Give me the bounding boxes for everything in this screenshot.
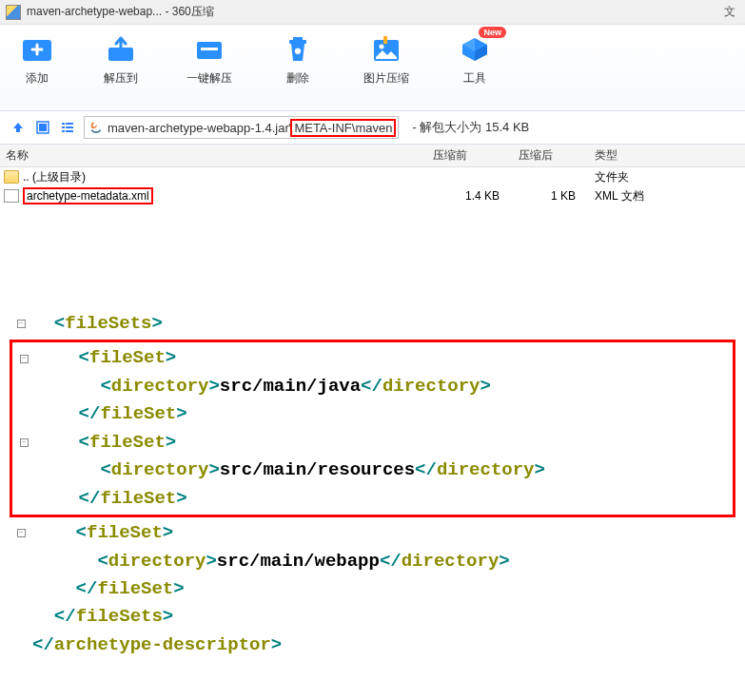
- code-text: <directory>src/main/resources</directory…: [35, 457, 545, 484]
- code-line: <directory>src/main/resources</directory…: [12, 457, 727, 484]
- code-line: − <fileSet>: [12, 344, 727, 372]
- toolbar-tool-button[interactable]: New 工具: [457, 34, 493, 110]
- xml-code-view: − <fileSets>− <fileSet> <directory>src/m…: [0, 310, 745, 659]
- file-size-after: 1 KB: [519, 189, 595, 203]
- svg-rect-13: [62, 126, 65, 128]
- svg-point-7: [380, 45, 384, 49]
- main-toolbar: 添加 解压到 一键解压 删除 图片压缩 New 工具: [0, 25, 745, 110]
- path-prefix: maven-archetype-webapp-1.4.jar\: [108, 121, 292, 135]
- folder-icon: [4, 170, 19, 184]
- onekey-icon: [191, 34, 227, 65]
- unpack-size-info: - 解包大小为 15.4 KB: [412, 119, 529, 136]
- xml-file-icon: [4, 189, 19, 203]
- fold-gutter[interactable]: −: [10, 310, 32, 338]
- path-highlighted: META-INF\maven: [290, 119, 396, 137]
- code-line: − <fileSets>: [10, 310, 735, 338]
- code-line: − <fileSet>: [12, 429, 727, 457]
- code-text: </archetype-descriptor>: [32, 632, 282, 659]
- toolbar-add-label: 添加: [26, 70, 49, 87]
- toolbar-tool-label: 工具: [463, 70, 486, 87]
- file-name: archetype-metadata.xml: [23, 187, 433, 204]
- file-list: .. (上级目录) 文件夹 archetype-metadata.xml 1.4…: [0, 167, 745, 205]
- java-jar-icon: [88, 120, 104, 135]
- code-text: </fileSets>: [32, 603, 173, 631]
- file-type: 文件夹: [595, 169, 709, 185]
- column-name-header[interactable]: 名称: [0, 147, 433, 164]
- fold-gutter[interactable]: [12, 485, 35, 513]
- fold-gutter[interactable]: −: [12, 344, 35, 372]
- toolbar-add-button[interactable]: 添加: [19, 34, 55, 110]
- extract-icon: [103, 34, 139, 65]
- svg-rect-11: [62, 123, 65, 125]
- fold-gutter[interactable]: [10, 548, 32, 575]
- column-before-header[interactable]: 压缩前: [433, 147, 519, 164]
- fold-gutter[interactable]: −: [12, 429, 35, 457]
- code-line: </fileSet>: [12, 485, 727, 513]
- code-line: </fileSet>: [10, 575, 735, 603]
- tool-icon: [457, 34, 493, 65]
- code-text: <directory>src/main/webapp</directory>: [32, 548, 510, 575]
- svg-rect-10: [39, 124, 47, 131]
- toolbar-extract-label: 解压到: [104, 70, 138, 87]
- view-grid-icon[interactable]: [34, 119, 51, 136]
- fold-gutter[interactable]: −: [10, 519, 32, 547]
- new-badge: New: [479, 27, 506, 38]
- path-input[interactable]: maven-archetype-webapp-1.4.jar\META-INF\…: [84, 116, 399, 139]
- toolbar-delete-button[interactable]: 删除: [280, 34, 316, 110]
- fold-gutter[interactable]: [10, 603, 32, 631]
- toolbar-delete-label: 删除: [286, 70, 309, 87]
- code-text: </fileSet>: [35, 400, 187, 428]
- add-icon: [19, 34, 55, 65]
- titlebar-right-char: 文: [724, 4, 739, 20]
- svg-rect-14: [66, 126, 73, 128]
- up-arrow-icon[interactable]: [10, 119, 27, 136]
- file-size-before: 1.4 KB: [433, 189, 519, 203]
- toolbar-image-button[interactable]: 图片压缩: [363, 34, 409, 110]
- file-name: .. (上级目录): [23, 169, 433, 185]
- code-line: </fileSets>: [10, 603, 735, 631]
- svg-rect-16: [66, 130, 73, 132]
- window-title: maven-archetype-webap... - 360压缩: [27, 4, 214, 20]
- code-line: <directory>src/main/webapp</directory>: [10, 548, 735, 575]
- code-line: <directory>src/main/java</directory>: [12, 373, 727, 400]
- app-icon: [6, 5, 21, 20]
- fold-gutter[interactable]: [12, 457, 35, 484]
- file-type: XML 文档: [595, 188, 709, 204]
- toolbar-image-label: 图片压缩: [363, 70, 409, 87]
- code-text: <fileSet>: [35, 429, 176, 457]
- image-compress-icon: [368, 34, 404, 65]
- column-type-header[interactable]: 类型: [595, 147, 709, 164]
- window-titlebar: maven-archetype-webap... - 360压缩 文: [0, 0, 745, 25]
- svg-rect-4: [289, 40, 306, 44]
- list-item-parent[interactable]: .. (上级目录) 文件夹: [0, 167, 745, 186]
- list-item-file[interactable]: archetype-metadata.xml 1.4 KB 1 KB XML 文…: [0, 186, 745, 205]
- fold-gutter[interactable]: [12, 400, 35, 428]
- code-line: </archetype-descriptor>: [10, 632, 735, 659]
- navigation-bar: maven-archetype-webapp-1.4.jar\META-INF\…: [0, 110, 745, 145]
- fold-gutter[interactable]: [10, 632, 32, 659]
- code-text: <fileSet>: [35, 344, 176, 372]
- toolbar-onekey-button[interactable]: 一键解压: [186, 34, 232, 110]
- column-after-header[interactable]: 压缩后: [519, 147, 595, 164]
- code-line: − <fileSet>: [10, 519, 735, 547]
- fold-gutter[interactable]: [10, 575, 32, 603]
- svg-rect-3: [201, 48, 218, 50]
- code-text: <fileSet>: [32, 519, 173, 547]
- code-text: <directory>src/main/java</directory>: [35, 373, 491, 400]
- svg-rect-12: [66, 123, 73, 125]
- toolbar-onekey-label: 一键解压: [186, 70, 232, 87]
- code-text: <fileSets>: [32, 310, 163, 338]
- code-text: </fileSet>: [35, 485, 187, 513]
- code-line: </fileSet>: [12, 400, 727, 428]
- fold-gutter[interactable]: [12, 373, 35, 400]
- toolbar-extract-button[interactable]: 解压到: [103, 34, 139, 110]
- code-text: </fileSet>: [32, 575, 185, 603]
- view-list-icon[interactable]: [59, 119, 76, 136]
- svg-rect-15: [62, 130, 65, 132]
- file-list-header: 名称 压缩前 压缩后 类型: [0, 145, 745, 167]
- delete-icon: [280, 34, 316, 65]
- svg-rect-8: [383, 36, 387, 44]
